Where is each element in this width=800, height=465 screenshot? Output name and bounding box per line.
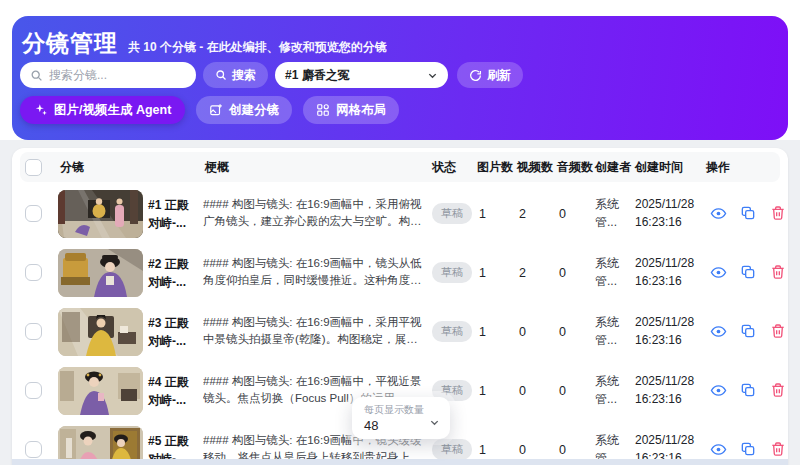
- search-button-label: 搜索: [232, 67, 256, 84]
- view-button[interactable]: [710, 205, 727, 222]
- storyboard-thumbnail[interactable]: [58, 190, 143, 238]
- column-header-storyboard: 分镜: [58, 159, 203, 176]
- creator: 系统 管...: [593, 196, 633, 231]
- page-size-select[interactable]: 每页显示数量 48: [352, 397, 450, 439]
- chevron-down-icon: [429, 414, 440, 432]
- row-checkbox[interactable]: [25, 264, 42, 281]
- row-checkbox[interactable]: [25, 441, 42, 458]
- header-actions-row: 图片/视频生成 Agent 创建分镜 网格布局: [20, 96, 399, 124]
- creator: 系统 管...: [593, 314, 633, 349]
- duplicate-button[interactable]: [740, 323, 757, 340]
- status-badge: 草稿: [432, 262, 472, 283]
- header-title-row: 分镜管理 共 10 个分镜 - 在此处编排、修改和预览您的分镜: [22, 28, 387, 59]
- audio-count: 0: [555, 325, 593, 339]
- search-input[interactable]: [49, 68, 179, 82]
- row-checkbox[interactable]: [25, 382, 42, 399]
- storyboard-thumbnail[interactable]: [58, 367, 143, 415]
- image-count: 1: [475, 266, 515, 280]
- table-header-row: 分镜 梗概 状态 图片数 视频数 音频数 创建者 创建时间 操作: [12, 150, 788, 184]
- table-row[interactable]: #1 正殿 对峙-... #### 构图与镜头: 在16:9画幅中，采用俯视广角…: [12, 184, 788, 243]
- refresh-button-label: 刷新: [487, 67, 511, 84]
- storyboard-thumbnail[interactable]: [58, 308, 143, 356]
- delete-button[interactable]: [770, 264, 787, 281]
- creator: 系统 管...: [593, 255, 633, 290]
- audio-count: 0: [555, 207, 593, 221]
- status-badge: 草稿: [432, 439, 472, 460]
- page-title: 分镜管理: [22, 28, 118, 59]
- view-button[interactable]: [710, 441, 727, 458]
- column-header-videos: 视频数: [515, 159, 555, 176]
- storyboard-management-page: 分镜管理 共 10 个分镜 - 在此处编排、修改和预览您的分镜 搜索 #1 麝香…: [0, 0, 800, 465]
- grid-button-label: 网格布局: [336, 102, 386, 119]
- search-row: 搜索 #1 麝香之冤 刷新: [20, 62, 523, 88]
- image-video-agent-button[interactable]: 图片/视频生成 Agent: [20, 96, 185, 124]
- duplicate-button[interactable]: [740, 264, 757, 281]
- grid-layout-button[interactable]: 网格布局: [303, 96, 399, 124]
- video-count: 0: [515, 325, 555, 339]
- image-plus-icon: [209, 103, 223, 117]
- search-icon: [215, 69, 227, 81]
- search-button[interactable]: 搜索: [203, 62, 268, 88]
- search-input-wrapper[interactable]: [20, 62, 196, 88]
- grid-icon: [316, 103, 330, 117]
- delete-button[interactable]: [770, 323, 787, 340]
- image-count: 1: [475, 384, 515, 398]
- refresh-icon: [469, 69, 482, 82]
- duplicate-button[interactable]: [740, 441, 757, 458]
- storyboard-title: #2 正殿 对峙-...: [148, 255, 189, 291]
- delete-button[interactable]: [770, 205, 787, 222]
- created-time: 2025/11/28 16:23:16: [633, 255, 704, 290]
- page-subtitle: 共 10 个分镜 - 在此处编排、修改和预览您的分镜: [128, 39, 387, 56]
- storyboard-title: #4 正殿 对峙-...: [148, 373, 189, 409]
- column-header-audios: 音频数: [555, 159, 593, 176]
- table-row[interactable]: #2 正殿 对峙-... #### 构图与镜头: 在16:9画幅中，镜头从低角度…: [12, 243, 788, 302]
- header-banner: 分镜管理 共 10 个分镜 - 在此处编排、修改和预览您的分镜 搜索 #1 麝香…: [12, 16, 788, 140]
- refresh-button[interactable]: 刷新: [457, 62, 523, 88]
- creator: 系统 管...: [593, 373, 633, 408]
- created-time: 2025/11/28 16:23:16: [633, 196, 704, 231]
- search-icon: [30, 69, 43, 82]
- row-checkbox[interactable]: [25, 205, 42, 222]
- video-count: 2: [515, 266, 555, 280]
- row-checkbox[interactable]: [25, 323, 42, 340]
- chevron-down-icon: [427, 70, 438, 81]
- create-button-label: 创建分镜: [229, 102, 279, 119]
- create-storyboard-button[interactable]: 创建分镜: [196, 96, 292, 124]
- column-header-actions: 操作: [704, 159, 788, 176]
- storyboard-thumbnail[interactable]: [58, 249, 143, 297]
- storyboard-title: #3 正殿 对峙-...: [148, 314, 189, 350]
- view-button[interactable]: [710, 382, 727, 399]
- duplicate-button[interactable]: [740, 205, 757, 222]
- duplicate-button[interactable]: [740, 382, 757, 399]
- column-header-created: 创建时间: [633, 159, 704, 176]
- agent-button-label: 图片/视频生成 Agent: [54, 102, 171, 119]
- created-time: 2025/11/28 16:23:16: [633, 314, 704, 349]
- image-count: 1: [475, 207, 515, 221]
- table-row[interactable]: #3 正殿 对峙-... #### 构图与镜头: 在16:9画幅中，采用平视中景…: [12, 302, 788, 361]
- video-count: 2: [515, 207, 555, 221]
- storyboard-title: #1 正殿 对峙-...: [148, 196, 189, 232]
- view-button[interactable]: [710, 264, 727, 281]
- column-header-images: 图片数: [475, 159, 515, 176]
- audio-count: 0: [555, 443, 593, 457]
- status-badge: 草稿: [432, 321, 472, 342]
- image-count: 1: [475, 443, 515, 457]
- video-count: 0: [515, 443, 555, 457]
- created-time: 2025/11/28 16:23:16: [633, 373, 704, 408]
- delete-button[interactable]: [770, 382, 787, 399]
- audio-count: 0: [555, 384, 593, 398]
- image-count: 1: [475, 325, 515, 339]
- project-select[interactable]: #1 麝香之冤: [275, 62, 448, 88]
- status-badge: 草稿: [432, 203, 472, 224]
- project-select-value: #1 麝香之冤: [285, 67, 350, 84]
- storyboard-synopsis: #### 构图与镜头: 在16:9画幅中，采用俯视广角镜头，建立养心殿的宏大与空…: [203, 196, 430, 231]
- column-header-synopsis: 梗概: [203, 159, 430, 176]
- storyboard-synopsis: #### 构图与镜头: 在16:9画幅中，采用平视中景镜头拍摄皇帝(乾隆)。构图…: [203, 314, 430, 349]
- column-header-creator: 创建者: [593, 159, 633, 176]
- select-all-checkbox[interactable]: [25, 159, 42, 176]
- delete-button[interactable]: [770, 441, 787, 458]
- column-header-status: 状态: [430, 159, 475, 176]
- view-button[interactable]: [710, 323, 727, 340]
- storyboard-synopsis: #### 构图与镜头: 在16:9画幅中，镜头从低角度仰拍皇后，同时缓慢推近。这…: [203, 255, 430, 290]
- horizontal-scrollbar[interactable]: [12, 459, 788, 465]
